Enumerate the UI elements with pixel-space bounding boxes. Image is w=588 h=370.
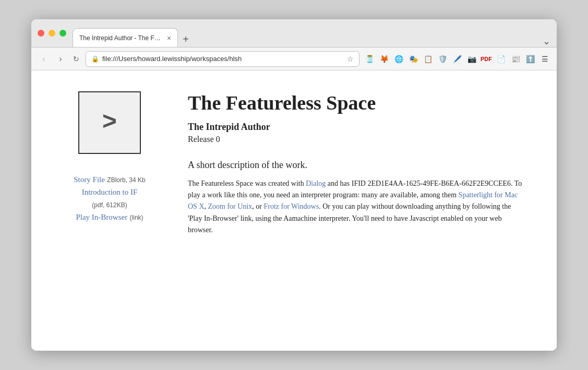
lock-icon: 🔒 xyxy=(91,55,99,63)
play-in-browser-link[interactable]: Play In-Browser xyxy=(76,213,127,221)
reader-view-icon[interactable]: 📰 xyxy=(510,53,521,65)
book-description: The Featureless Space was created with D… xyxy=(188,178,525,236)
reader-mode-icon[interactable]: 📄 xyxy=(495,53,507,65)
frotz-link[interactable]: Frotz for Windows xyxy=(263,202,319,210)
minimize-button[interactable] xyxy=(49,30,55,37)
zoom-link[interactable]: Zoom for Unix xyxy=(208,202,253,210)
book-release: Release 0 xyxy=(188,135,525,144)
main-content: The Featureless Space The Intrepid Autho… xyxy=(188,91,525,330)
copy-icon[interactable]: 📋 xyxy=(422,53,434,65)
translate-icon[interactable]: 🌐 xyxy=(393,53,404,65)
story-file-link[interactable]: Story File xyxy=(74,175,105,184)
sidebar-links: Story File ZBlorb, 34 Kb Introduction to… xyxy=(74,175,145,222)
active-tab[interactable]: The Intrepid Author - The Featureles × xyxy=(73,28,178,47)
new-tab-button[interactable]: + xyxy=(178,31,194,47)
description-text-3: , xyxy=(205,202,208,210)
dialog-link[interactable]: Dialog xyxy=(306,180,326,187)
toolbar-icons: 🫙 🦊 🌐 🎭 📋 🛡️ 🖊️ 📷 PDF 📄 📰 ⬆️ ☰ xyxy=(364,53,550,65)
sidebar: > Story File ZBlorb, 34 Kb Introduction … xyxy=(63,91,157,330)
refresh-button[interactable]: ↻ xyxy=(71,53,81,65)
book-author: The Intrepid Author xyxy=(188,122,525,133)
share-icon[interactable]: ⬆️ xyxy=(524,53,536,65)
bookmark-star-icon[interactable]: ☆ xyxy=(347,55,354,63)
stylus-icon[interactable]: 🖊️ xyxy=(451,53,463,65)
pocket-icon[interactable]: 🫙 xyxy=(364,53,375,65)
url-bar[interactable]: 🔒 file:///Users/howard.lewisship/workspa… xyxy=(86,51,359,67)
play-meta: (link) xyxy=(130,214,143,221)
pdf-icon[interactable]: PDF xyxy=(481,53,492,65)
intro-meta: (pdf, 612KB) xyxy=(92,201,127,209)
book-title: The Featureless Space xyxy=(188,91,525,115)
cover-arrow-icon: > xyxy=(102,109,117,137)
close-button[interactable] xyxy=(38,30,44,37)
page-content: > Story File ZBlorb, 34 Kb Introduction … xyxy=(31,70,557,351)
extensions-icon[interactable]: 🎭 xyxy=(407,53,419,65)
game-cover: > xyxy=(78,91,141,154)
tabs-dropdown-button[interactable]: ⌄ xyxy=(543,35,550,47)
camera-icon[interactable]: 📷 xyxy=(466,53,477,65)
shield-icon[interactable]: 🛡️ xyxy=(437,53,448,65)
introduction-if-link[interactable]: Introduction to IF xyxy=(82,188,138,196)
tab-title: The Intrepid Author - The Featureles xyxy=(79,34,163,42)
tabs-area: The Intrepid Author - The Featureles × +… xyxy=(73,19,550,47)
tab-close-button[interactable]: × xyxy=(167,34,171,42)
forward-button[interactable]: › xyxy=(54,52,67,66)
back-button[interactable]: ‹ xyxy=(38,52,50,66)
url-text: file:///Users/howard.lewisship/workspace… xyxy=(102,55,344,63)
address-bar: ‹ › ↻ 🔒 file:///Users/howard.lewisship/w… xyxy=(31,47,557,70)
short-description: A short description of the work. xyxy=(188,160,525,171)
firefox-account-icon[interactable]: 🦊 xyxy=(378,53,390,65)
description-text-4: , or xyxy=(252,202,263,210)
traffic-lights xyxy=(38,30,66,37)
description-text-1: The Featureless Space was created with xyxy=(188,180,306,187)
story-file-meta: ZBlorb, 34 Kb xyxy=(107,176,145,184)
maximize-button[interactable] xyxy=(59,30,66,37)
title-bar: The Intrepid Author - The Featureles × +… xyxy=(31,19,557,47)
menu-icon[interactable]: ☰ xyxy=(539,53,550,65)
browser-window: The Intrepid Author - The Featureles × +… xyxy=(31,19,557,351)
